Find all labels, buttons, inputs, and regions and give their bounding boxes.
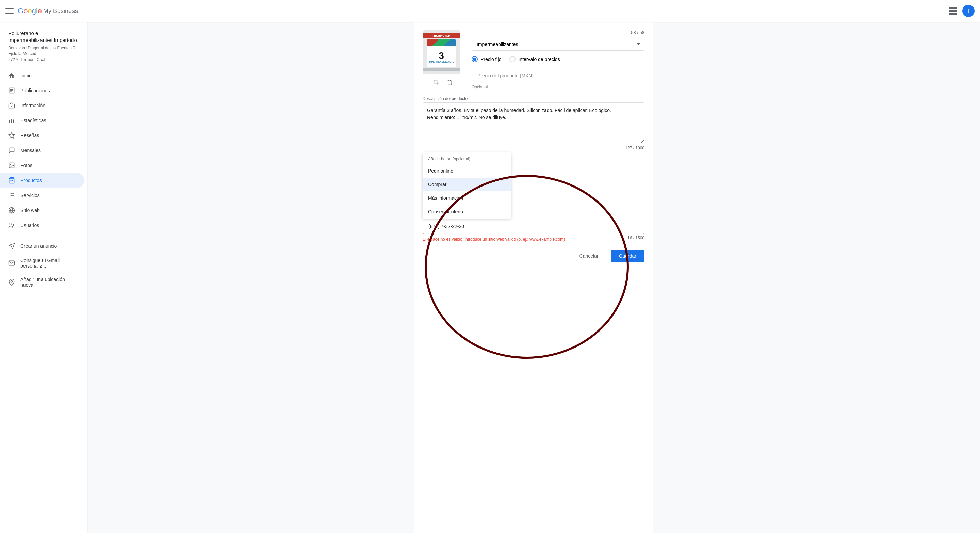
dropdown-item-mas-informacion[interactable]: Más información (423, 191, 511, 205)
sidebar-label-crear-anuncio: Crear un anuncio (21, 243, 57, 249)
sidebar-item-informacion[interactable]: Información (0, 98, 84, 113)
sidebar-item-estadisticas[interactable]: Estadísticas (0, 113, 84, 128)
sidebar-label-publicaciones: Publicaciones (21, 88, 50, 93)
sidebar-item-resenas[interactable]: Reseñas (0, 128, 84, 143)
svg-marker-9 (9, 133, 14, 138)
location-icon (8, 279, 15, 286)
crop-button[interactable] (431, 77, 442, 88)
google-logo: Google My Business (18, 6, 78, 15)
precio-fijo-label: Precio fijo (480, 57, 501, 62)
url-input[interactable] (423, 218, 644, 234)
svg-point-25 (11, 281, 13, 283)
sidebar-label-sitio-web: Sitio web (21, 208, 40, 213)
business-address: Boulevard Diagonal de las Fuentes 9 Ejid… (8, 45, 79, 62)
sidebar-item-servicios[interactable]: Servicios (0, 188, 84, 203)
sidebar-item-gmail[interactable]: Consigue tu Gmail personaliz... (0, 254, 84, 273)
bar-chart-icon (8, 117, 15, 124)
description-label: Descripción del producto (423, 96, 644, 101)
sidebar-label-gmail: Consigue tu Gmail personaliz... (21, 258, 76, 269)
description-char-count: 127 / 1000 (423, 146, 644, 150)
business-info: Poliuretano e Impermeabilizantes Imperto… (0, 24, 87, 68)
save-button[interactable]: Guardar (611, 250, 644, 262)
sidebar-item-fotos[interactable]: Fotos (0, 158, 84, 173)
form-actions: Cancelar Guardar (423, 250, 644, 262)
url-error-message: El enlace no es válido; introduce un sit… (423, 237, 565, 242)
product-header: THERMOTEK 3 IMPERMEABILIZANTE (423, 30, 644, 89)
price-options: Precio fijo Intervalo de precios (472, 56, 644, 62)
ads-icon (8, 243, 15, 250)
sidebar-item-mensajes[interactable]: Mensajes (0, 143, 84, 158)
dropdown-item-comprar[interactable]: Comprar (423, 178, 511, 191)
product-form-area: THERMOTEK 3 IMPERMEABILIZANTE (414, 22, 653, 533)
sidebar-item-ubicacion[interactable]: Añadir una ubicación nueva (0, 273, 84, 292)
app-name: My Business (43, 8, 78, 14)
intervalo-precios-option[interactable]: Intervalo de precios (509, 56, 560, 62)
sidebar: Poliuretano e Impermeabilizantes Imperto… (0, 22, 87, 533)
sidebar-label-estadisticas: Estadísticas (21, 118, 46, 123)
apps-icon[interactable] (949, 7, 957, 15)
precio-fijo-radio[interactable] (472, 56, 478, 62)
star-icon (8, 132, 15, 139)
web-icon (8, 207, 15, 214)
cancel-button[interactable]: Cancelar (571, 250, 607, 262)
business-icon (8, 102, 15, 109)
sidebar-label-usuarios: Usuarios (21, 223, 39, 228)
sidebar-item-crear-anuncio[interactable]: Crear un anuncio (0, 239, 84, 254)
header-left: Google My Business (5, 6, 78, 15)
intervalo-precios-radio[interactable] (509, 56, 515, 62)
home-icon (8, 72, 15, 79)
sidebar-label-mensajes: Mensajes (21, 148, 41, 153)
dropdown-item-conseguir-oferta[interactable]: Conseguir oferta (423, 205, 511, 218)
header-right: I (949, 5, 975, 17)
dropdown-header: Añadir botón (opcional) (423, 153, 511, 164)
chat-icon (8, 147, 15, 154)
article-icon (8, 87, 15, 94)
svg-point-21 (10, 223, 12, 225)
svg-point-11 (10, 164, 11, 165)
product-image-actions (423, 77, 463, 88)
svg-rect-7 (11, 119, 12, 123)
main-content: THERMOTEK 3 IMPERMEABILIZANTE (87, 22, 980, 533)
svg-marker-24 (9, 244, 14, 249)
email-icon (8, 260, 15, 266)
sidebar-label-servicios: Servicios (21, 193, 40, 198)
sidebar-item-publicaciones[interactable]: Publicaciones (0, 83, 84, 98)
sidebar-label-productos: Productos (21, 178, 42, 183)
category-select[interactable]: Impermeabilizantes Poliuretanos Adhesivo… (472, 38, 644, 51)
button-options-dropdown: Añadir botón (opcional) Pedir online Com… (423, 153, 511, 218)
dropdown-item-pedir-online[interactable]: Pedir online (423, 164, 511, 178)
svg-rect-8 (13, 120, 14, 123)
url-input-wrapper: El enlace no es válido; introduce un sit… (423, 218, 644, 242)
optional-label: Opcional (472, 85, 644, 89)
sidebar-item-productos[interactable]: Productos (0, 173, 84, 188)
menu-icon[interactable] (5, 7, 14, 15)
sidebar-label-informacion: Información (21, 103, 45, 108)
description-textarea[interactable]: Garantía 3 años. Evita el paso de la hum… (423, 102, 644, 143)
description-section: Descripción del producto Garantía 3 años… (423, 96, 644, 150)
shopping-icon (8, 177, 15, 184)
person-add-icon (8, 222, 15, 229)
svg-rect-6 (9, 121, 10, 123)
product-image-container: THERMOTEK 3 IMPERMEABILIZANTE (423, 30, 463, 88)
avatar[interactable]: I (962, 5, 975, 17)
product-form-fields: 58 / 58 Impermeabilizantes Poliuretanos … (472, 30, 644, 89)
sidebar-label-fotos: Fotos (21, 163, 32, 168)
sidebar-label-ubicacion: Añadir una ubicación nueva (21, 277, 76, 288)
url-char-count: 16 / 1500 (627, 235, 644, 240)
sidebar-item-sitio-web[interactable]: Sitio web (0, 203, 84, 218)
sidebar-item-inicio[interactable]: Inicio (0, 68, 84, 83)
sidebar-label-inicio: Inicio (21, 73, 32, 78)
photo-icon (8, 162, 15, 169)
delete-button[interactable] (444, 77, 455, 88)
sidebar-item-usuarios[interactable]: Usuarios (0, 218, 84, 233)
intervalo-precios-label: Intervalo de precios (518, 57, 560, 62)
price-input[interactable] (472, 68, 644, 83)
product-counter: 58 / 58 (472, 30, 644, 35)
business-name: Poliuretano e Impermeabilizantes Imperto… (8, 30, 79, 43)
header: Google My Business I (0, 0, 980, 22)
sidebar-label-resenas: Reseñas (21, 133, 39, 138)
list-icon (8, 192, 15, 199)
precio-fijo-option[interactable]: Precio fijo (472, 56, 501, 62)
